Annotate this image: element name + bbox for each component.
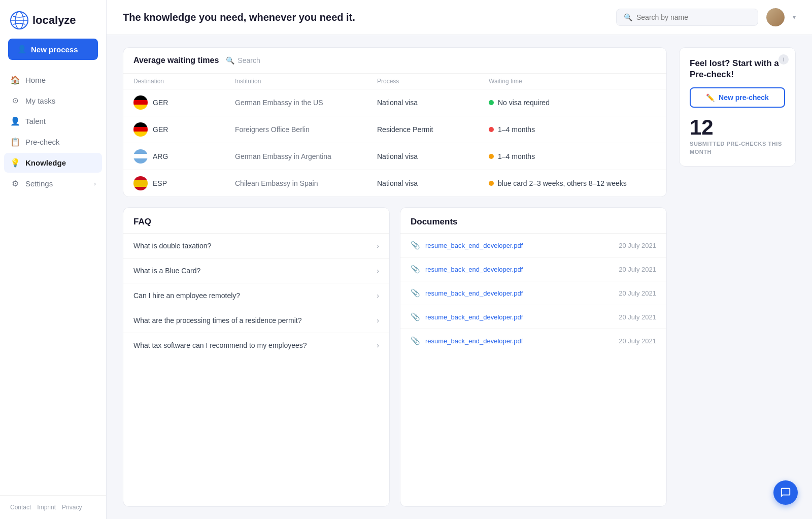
flag-arg-icon xyxy=(133,149,148,164)
person-icon: 👤 xyxy=(17,45,27,54)
document-item[interactable]: 📎 resume_back_end_developer.pdf 20 July … xyxy=(400,305,666,329)
body: Average waiting times 🔍 Search Destinati… xyxy=(107,35,812,519)
flag-esp-icon xyxy=(133,176,148,190)
search-icon: 🔍 xyxy=(624,13,632,21)
sidebar-item-my-tasks[interactable]: ⊙ My tasks xyxy=(4,91,102,110)
faq-chevron-icon: › xyxy=(377,291,379,300)
documents-title: Documents xyxy=(400,208,666,233)
faq-chevron-icon: › xyxy=(377,267,379,275)
bottom-row: FAQ What is double taxation? › What is a… xyxy=(123,207,667,507)
paperclip-icon: 📎 xyxy=(411,241,420,250)
faq-item[interactable]: What is a Blue Card? › xyxy=(123,258,389,283)
document-item[interactable]: 📎 resume_back_end_developer.pdf 20 July … xyxy=(400,281,666,305)
faq-item[interactable]: What tax software can I recommend to my … xyxy=(123,333,389,358)
sidebar-item-home[interactable]: 🏠 Home xyxy=(4,70,102,90)
documents-list: 📎 resume_back_end_developer.pdf 20 July … xyxy=(400,233,666,506)
home-icon: 🏠 xyxy=(10,75,20,85)
faq-chevron-icon: › xyxy=(377,341,379,349)
chat-icon xyxy=(780,487,791,498)
privacy-link[interactable]: Privacy xyxy=(62,504,82,511)
faq-item[interactable]: Can I hire an employee remotely? › xyxy=(123,283,389,308)
faq-item[interactable]: What is double taxation? › xyxy=(123,233,389,258)
nav-menu: 🏠 Home ⊙ My tasks 👤 Talent 📋 Pre-check 💡… xyxy=(0,70,106,495)
document-item[interactable]: 📎 resume_back_end_developer.pdf 20 July … xyxy=(400,233,666,257)
paperclip-icon: 📎 xyxy=(411,312,420,321)
sidebar-footer: Contact Imprint Privacy xyxy=(0,495,106,519)
flag-ger-icon xyxy=(133,95,148,110)
waiting-times-header: Average waiting times 🔍 Search xyxy=(123,48,666,74)
sidebar-item-pre-check[interactable]: 📋 Pre-check xyxy=(4,132,102,152)
settings-icon: ⚙ xyxy=(10,179,20,188)
globe-icon xyxy=(10,11,28,29)
paperclip-icon: 📎 xyxy=(411,336,420,345)
status-dot-red xyxy=(489,127,494,132)
status-dot-orange xyxy=(489,181,494,186)
logo: localyze xyxy=(0,0,106,39)
document-item[interactable]: 📎 resume_back_end_developer.pdf 20 July … xyxy=(400,329,666,352)
precheck-count: 12 xyxy=(690,117,785,138)
waiting-times-card: Average waiting times 🔍 Search Destinati… xyxy=(123,47,667,197)
talent-icon: 👤 xyxy=(10,116,20,126)
logo-text: localyze xyxy=(32,14,76,27)
avatar-image xyxy=(766,8,785,26)
faq-title: FAQ xyxy=(123,208,389,233)
faq-item[interactable]: What are the processing times of a resid… xyxy=(123,308,389,333)
document-item[interactable]: 📎 resume_back_end_developer.pdf 20 July … xyxy=(400,257,666,281)
table-row[interactable]: GER German Embassy in the US National vi… xyxy=(123,89,666,116)
search-small-icon: 🔍 xyxy=(226,56,234,64)
edit-icon: ✏️ xyxy=(706,93,715,102)
info-icon[interactable]: i xyxy=(779,54,789,64)
waiting-times-title: Average waiting times xyxy=(133,56,219,65)
documents-card: Documents 📎 resume_back_end_developer.pd… xyxy=(400,207,667,507)
table-header: Destination Institution Process Waiting … xyxy=(123,74,666,89)
page-title: The knowledge you need, whenever you nee… xyxy=(123,12,355,23)
imprint-link[interactable]: Imprint xyxy=(37,504,56,511)
sidebar-item-settings[interactable]: ⚙ Settings › xyxy=(4,174,102,193)
sidebar-item-knowledge[interactable]: 💡 Knowledge xyxy=(4,153,102,173)
table-row[interactable]: ESP Chilean Embassy in Spain National vi… xyxy=(123,170,666,197)
status-dot-yellow xyxy=(489,154,494,159)
paperclip-icon: 📎 xyxy=(411,265,420,274)
faq-card: FAQ What is double taxation? › What is a… xyxy=(123,207,390,507)
avatar-chevron-icon[interactable]: ▾ xyxy=(793,14,796,21)
search-box[interactable]: 🔍 xyxy=(616,9,758,26)
new-process-button[interactable]: 👤 New process xyxy=(8,39,98,60)
left-column: Average waiting times 🔍 Search Destinati… xyxy=(123,47,667,507)
faq-list: What is double taxation? › What is a Blu… xyxy=(123,233,389,506)
precheck-prompt: Feel lost? Start with a Pre-check! xyxy=(690,58,785,80)
main-content: The knowledge you need, whenever you nee… xyxy=(107,0,812,519)
sidebar-item-talent[interactable]: 👤 Talent xyxy=(4,111,102,131)
faq-chevron-icon: › xyxy=(377,242,379,250)
avatar[interactable] xyxy=(766,8,785,26)
precheck-card: Feel lost? Start with a Pre-check! ✏️ Ne… xyxy=(679,47,796,167)
faq-chevron-icon: › xyxy=(377,316,379,325)
tasks-icon: ⊙ xyxy=(10,96,20,105)
status-dot-green xyxy=(489,100,494,105)
flag-ger-icon xyxy=(133,122,148,137)
table-row[interactable]: GER Foreigners Office Berlin Residence P… xyxy=(123,116,666,143)
header-right: 🔍 ▾ xyxy=(616,8,796,26)
waiting-times-search[interactable]: 🔍 Search xyxy=(226,56,260,64)
chat-bubble-button[interactable] xyxy=(773,480,798,505)
precheck-section: i Feel lost? Start with a Pre-check! ✏️ … xyxy=(679,47,796,167)
contact-link[interactable]: Contact xyxy=(10,504,31,511)
sidebar: localyze 👤 New process 🏠 Home ⊙ My tasks… xyxy=(0,0,107,519)
new-precheck-button[interactable]: ✏️ New pre-check xyxy=(690,87,785,108)
header: The knowledge you need, whenever you nee… xyxy=(107,0,812,35)
table-row[interactable]: ARG German Embassy in Argentina National… xyxy=(123,143,666,170)
right-sidebar: i Feel lost? Start with a Pre-check! ✏️ … xyxy=(679,47,796,507)
precheck-icon: 📋 xyxy=(10,137,20,147)
settings-chevron-icon: › xyxy=(94,180,96,187)
knowledge-icon: 💡 xyxy=(10,158,20,168)
precheck-count-label: SUBMITTED PRE-CHECKS THIS MONTH xyxy=(690,140,785,156)
search-input[interactable] xyxy=(636,13,751,21)
paperclip-icon: 📎 xyxy=(411,288,420,298)
